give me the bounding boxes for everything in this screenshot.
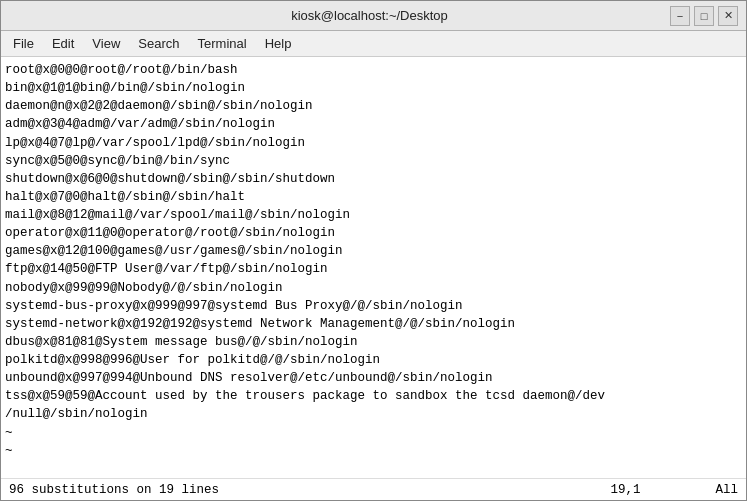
menu-help[interactable]: Help [257, 33, 300, 54]
menu-file[interactable]: File [5, 33, 42, 54]
close-button[interactable]: ✕ [718, 6, 738, 26]
status-position: 19,1 All [610, 483, 738, 497]
menu-terminal[interactable]: Terminal [190, 33, 255, 54]
menu-edit[interactable]: Edit [44, 33, 82, 54]
window-title: kiosk@localhost:~/Desktop [69, 8, 670, 23]
maximize-button[interactable]: □ [694, 6, 714, 26]
terminal-window: kiosk@localhost:~/Desktop − □ ✕ File Edi… [0, 0, 747, 501]
status-bar: 96 substitutions on 19 lines 19,1 All [1, 478, 746, 500]
title-bar-buttons: − □ ✕ [670, 6, 738, 26]
minimize-button[interactable]: − [670, 6, 690, 26]
menu-bar: File Edit View Search Terminal Help [1, 31, 746, 57]
menu-search[interactable]: Search [130, 33, 187, 54]
status-message: 96 substitutions on 19 lines [9, 483, 219, 497]
terminal-area[interactable]: root@x@0@0@root@/root@/bin/bash bin@x@1@… [1, 57, 746, 478]
terminal-output: root@x@0@0@root@/root@/bin/bash bin@x@1@… [1, 57, 746, 478]
menu-view[interactable]: View [84, 33, 128, 54]
title-bar: kiosk@localhost:~/Desktop − □ ✕ [1, 1, 746, 31]
